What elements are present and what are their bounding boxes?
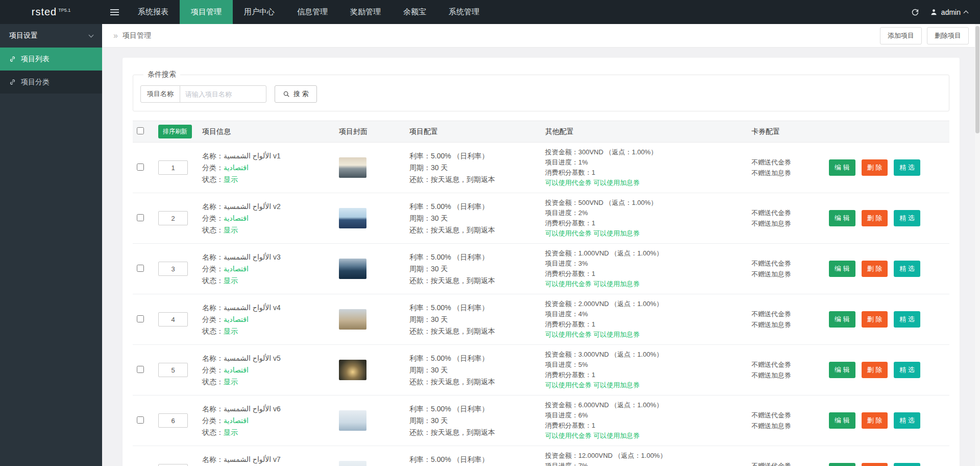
sort-input[interactable] [158, 363, 188, 377]
delete-button[interactable]: 删 除 [862, 261, 888, 277]
sidebar-item-project-category[interactable]: 项目分类 [0, 71, 102, 94]
delete-button[interactable]: 删 除 [862, 463, 888, 466]
user-icon [930, 8, 938, 16]
cycle-line: 周期：30 天 [409, 213, 537, 224]
featured-button[interactable]: 精 选 [894, 159, 920, 176]
sort-input[interactable] [158, 312, 188, 327]
project-category: اقتصادية [224, 315, 249, 323]
vertical-scrollbar[interactable] [975, 24, 980, 466]
rate-line: 利率：5.00% （日利率） [409, 150, 537, 162]
row-checkbox[interactable] [137, 366, 144, 373]
project-name: الألواح الشمسية v3 [224, 253, 281, 261]
row-checkbox[interactable] [137, 164, 144, 171]
edit-button[interactable]: 编 辑 [829, 261, 855, 277]
nav-item-rewards[interactable]: 奖励管理 [339, 0, 392, 24]
progress-line: 项目进度：3% [545, 259, 743, 269]
project-name-input[interactable] [180, 85, 266, 103]
row-checkbox[interactable] [137, 416, 144, 424]
table-row: 名称：الألواح الشمسية v7 分类：اقتصادية 状态：显示 … [133, 446, 949, 466]
rate-line: 利率：5.00% （日利率） [409, 353, 537, 364]
main-area: » 项目管理 添加项目 删除项目 条件搜索 项目名称 [102, 24, 980, 466]
sort-input[interactable] [158, 211, 188, 225]
repay-line: 还款：按天返息，到期返本 [409, 224, 537, 236]
cycle-line: 周期：30 天 [409, 364, 537, 376]
featured-button[interactable]: 精 选 [894, 412, 920, 429]
hamburger-menu-icon[interactable] [102, 0, 127, 24]
project-status[interactable]: 显示 [224, 378, 238, 386]
delete-project-button[interactable]: 删除项目 [927, 27, 969, 44]
featured-button[interactable]: 精 选 [894, 210, 920, 226]
featured-button[interactable]: 精 选 [894, 311, 920, 328]
nav-item-info[interactable]: 信息管理 [286, 0, 339, 24]
project-status[interactable]: 显示 [224, 327, 238, 335]
select-all-checkbox[interactable] [137, 127, 144, 134]
refresh-icon[interactable] [903, 0, 927, 24]
sort-input[interactable] [158, 262, 188, 276]
nav-item-reports[interactable]: 系统报表 [127, 0, 180, 24]
project-name: الألواح الشمسية v4 [224, 304, 281, 312]
sort-input[interactable] [158, 413, 188, 428]
edit-button[interactable]: 编 辑 [829, 463, 855, 466]
project-info-cell: 名称：الألواح الشمسية v3 分类：اقتصادية 状态：显示 [198, 244, 335, 294]
link-icon [9, 56, 16, 62]
edit-button[interactable]: 编 辑 [829, 159, 855, 176]
project-info-cell: 名称：الألواح الشمسية v1 分类：اقتصادية 状态：显示 [198, 143, 335, 193]
nav-item-yuebao[interactable]: 余额宝 [392, 0, 437, 24]
nav-item-projects[interactable]: 项目管理 [180, 0, 233, 24]
user-menu[interactable]: admin [927, 0, 980, 24]
project-info-cell: 名称：الألواح الشمسية v6 分类：اقتصادية 状态：显示 [198, 395, 335, 446]
repay-line: 还款：按天返息，到期返本 [409, 325, 537, 337]
sort-refresh-button[interactable]: 排序刷新 [158, 125, 192, 138]
row-checkbox[interactable] [137, 214, 144, 221]
progress-line: 项目进度：1% [545, 157, 743, 168]
project-cover-image [339, 208, 366, 228]
search-fieldset: 条件搜索 项目名称 搜 索 [133, 70, 949, 111]
rate-line: 利率：5.00% （日利率） [409, 403, 537, 415]
progress-line: 项目进度：4% [545, 309, 743, 319]
main-nav: 系统报表 项目管理 用户中心 信息管理 奖励管理 余额宝 系统管理 [127, 0, 491, 24]
sidebar-section-project-settings[interactable]: 项目设置 [0, 24, 102, 48]
project-status[interactable]: 显示 [224, 428, 238, 436]
table-row: 名称：الألواح الشمسية v5 分类：اقتصادية 状态：显示 … [133, 345, 949, 395]
delete-button[interactable]: 删 除 [862, 412, 888, 429]
featured-button[interactable]: 精 选 [894, 362, 920, 378]
edit-button[interactable]: 编 辑 [829, 210, 855, 226]
edit-button[interactable]: 编 辑 [829, 412, 855, 429]
breadcrumb: » 项目管理 [113, 31, 151, 40]
search-button[interactable]: 搜 索 [275, 85, 317, 103]
scrollbar-thumb[interactable] [975, 26, 979, 133]
edit-button[interactable]: 编 辑 [829, 311, 855, 328]
delete-button[interactable]: 删 除 [862, 311, 888, 328]
card-interest-line: 不赠送加息券 [751, 168, 821, 178]
sort-input[interactable] [158, 464, 188, 466]
sidebar-item-project-list[interactable]: 项目列表 [0, 48, 102, 71]
row-actions: 编 辑 删 除 精 选 [825, 345, 949, 395]
logo[interactable]: rstedTP5.1 [0, 0, 102, 24]
coupons-line: 可以使用代金券 可以使用加息券 [545, 431, 743, 441]
delete-button[interactable]: 删 除 [862, 159, 888, 176]
project-status[interactable]: 显示 [224, 276, 238, 285]
delete-button[interactable]: 删 除 [862, 210, 888, 226]
edit-button[interactable]: 编 辑 [829, 362, 855, 378]
card-config-cell: 不赠送代金券 不赠送加息券 [747, 294, 825, 345]
nav-item-users[interactable]: 用户中心 [233, 0, 286, 24]
project-status[interactable]: 显示 [224, 175, 238, 183]
progress-line: 项目进度：6% [545, 410, 743, 421]
sort-input[interactable] [158, 160, 188, 175]
top-navbar: rstedTP5.1 系统报表 项目管理 用户中心 信息管理 奖励管理 余额宝 … [0, 0, 980, 24]
card-interest-line: 不赠送加息券 [751, 421, 821, 431]
project-category: اقتصادية [224, 214, 249, 222]
add-project-button[interactable]: 添加项目 [880, 27, 922, 44]
delete-button[interactable]: 删 除 [862, 362, 888, 378]
nav-item-system[interactable]: 系统管理 [437, 0, 491, 24]
featured-button[interactable]: 精 选 [894, 261, 920, 277]
project-info-cell: 名称：الألواح الشمسية v2 分类：اقتصادية 状态：显示 [198, 193, 335, 244]
row-checkbox[interactable] [137, 265, 144, 272]
card-config-cell: 不赠送代金券 不赠送加息券 [747, 193, 825, 244]
card-interest-line: 不赠送加息券 [751, 319, 821, 330]
featured-button[interactable]: 精 选 [894, 463, 920, 466]
chevron-up-icon [964, 11, 969, 16]
project-status[interactable]: 显示 [224, 226, 238, 234]
card-voucher-line: 不赠送代金券 [751, 207, 821, 218]
row-checkbox[interactable] [137, 315, 144, 322]
